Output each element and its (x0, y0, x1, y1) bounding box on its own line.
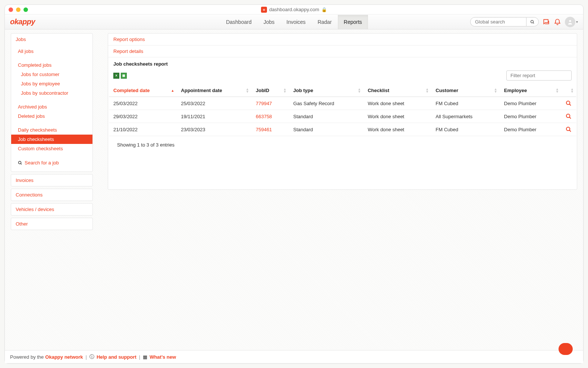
window-titlebar: o dashboard.okappy.com 🔒 (5, 5, 583, 15)
global-search-button[interactable] (526, 17, 539, 26)
sidebar-link-deleted-jobs[interactable]: Deleted jobs (11, 111, 92, 121)
browser-url: dashboard.okappy.com (269, 7, 319, 12)
cell-appointment-date: 25/03/2022 (176, 97, 251, 110)
sidebar-section-invoices[interactable]: Invoices (11, 174, 92, 186)
job-id-link[interactable]: 759461 (256, 127, 272, 132)
svg-line-4 (21, 163, 22, 164)
notifications-icon[interactable] (554, 18, 561, 26)
cell-checklist: Work done sheet (363, 110, 431, 123)
user-menu[interactable]: ▾ (565, 17, 578, 27)
chevron-down-icon: ▾ (576, 20, 578, 24)
svg-line-10 (569, 130, 571, 132)
sidebar-link-custom-checksheets[interactable]: Custom checksheets (11, 144, 92, 153)
search-icon (18, 161, 22, 165)
cell-completed-date: 25/03/2022 (109, 97, 176, 110)
report-table: Completed date ▲ Appointment date ▲▼ Job… (109, 84, 576, 136)
job-id-link[interactable]: 779947 (256, 101, 272, 106)
filter-report-input[interactable] (506, 70, 572, 81)
job-id-link[interactable]: 663758 (256, 114, 272, 119)
cell-job-type: Gas Safety Record (289, 97, 364, 110)
col-employee[interactable]: Employee ▲▼ (500, 84, 561, 97)
sort-indicator: ▲▼ (246, 88, 249, 93)
sidebar-search-label: Search for a job (25, 160, 59, 166)
sidebar-link-all-jobs[interactable]: All jobs (11, 47, 92, 56)
top-nav: okappy Dashboard Jobs Invoices Radar Rep… (5, 15, 583, 29)
cell-customer: All Supermarkets (431, 110, 500, 123)
report-title: Job checksheets report (108, 57, 577, 69)
cell-completed-date: 21/10/2022 (109, 123, 176, 136)
footer-powered-prefix: Powered by the (10, 354, 44, 360)
sidebar-link-daily-checksheets[interactable]: Daily checksheets (11, 125, 92, 135)
main-content: Report options Report details Job checks… (108, 33, 577, 363)
footer-network-link[interactable]: Okappy network (45, 354, 83, 360)
cell-checklist: Work done sheet (363, 97, 431, 110)
chat-icon[interactable] (543, 18, 550, 26)
nav-invoices[interactable]: Invoices (280, 15, 311, 29)
sidebar-section-other[interactable]: Other (11, 218, 92, 230)
nav-dashboard[interactable]: Dashboard (220, 15, 258, 29)
sidebar-section-jobs[interactable]: Jobs (11, 34, 92, 45)
sort-indicator: ▲▼ (494, 88, 497, 93)
svg-line-1 (533, 22, 534, 23)
col-job-type[interactable]: Job type ▲▼ (289, 84, 364, 97)
cell-appointment-date: 19/11/2021 (176, 110, 251, 123)
lock-icon: 🔒 (321, 7, 327, 12)
col-completed-date[interactable]: Completed date ▲ (109, 84, 176, 97)
chat-launcher-button[interactable] (559, 343, 573, 355)
sort-indicator: ▲▼ (358, 88, 361, 93)
avatar-icon (565, 17, 575, 27)
nav-reports[interactable]: Reports (338, 15, 368, 29)
sidebar-link-jobs-for-customer[interactable]: Jobs for customer (11, 70, 92, 79)
cell-job-id: 779947 (251, 97, 289, 110)
cell-action (561, 97, 576, 110)
view-icon[interactable] (566, 113, 572, 119)
footer-help-link[interactable]: Help and support (97, 354, 136, 360)
table-footer-info: Showing 1 to 3 of 3 entries (108, 136, 577, 154)
info-icon: ⓘ (89, 353, 94, 360)
col-appointment-date[interactable]: Appointment date ▲▼ (176, 84, 251, 97)
col-customer[interactable]: Customer ▲▼ (431, 84, 500, 97)
cell-job-type: Standard (289, 110, 364, 123)
svg-line-8 (569, 117, 571, 119)
sidebar-link-archived-jobs[interactable]: Archived jobs (11, 102, 92, 111)
sidebar-link-search-job[interactable]: Search for a job (11, 158, 92, 168)
footer-whats-new-link[interactable]: What's new (150, 354, 176, 360)
nav-jobs[interactable]: Jobs (258, 15, 281, 29)
view-icon[interactable] (566, 126, 572, 132)
sidebar-link-completed-jobs[interactable]: Completed jobs (11, 60, 92, 70)
export-xls-icon[interactable]: X (113, 73, 119, 79)
nav-radar[interactable]: Radar (312, 15, 338, 29)
sidebar: Jobs All jobs Completed jobs Jobs for cu… (11, 33, 93, 363)
sidebar-link-job-checksheets[interactable]: Job checksheets (11, 135, 92, 144)
page-footer: Powered by the Okappy network | ⓘ Help a… (5, 350, 583, 363)
sidebar-link-jobs-by-subcontractor[interactable]: Jobs by subcontractor (11, 88, 92, 98)
grid-icon: ▦ (143, 354, 147, 360)
report-options-header[interactable]: Report options (108, 34, 577, 45)
cell-customer: FM Cubed (431, 123, 500, 136)
cell-action (561, 123, 576, 136)
col-actions: ▲▼ (561, 84, 576, 97)
col-job-id[interactable]: JobID ▲▼ (251, 84, 289, 97)
export-csv-icon[interactable]: ▦ (121, 73, 127, 79)
cell-job-type: Standard (289, 123, 364, 136)
cell-action (561, 110, 576, 123)
cell-employee: Demo Plumber (500, 110, 561, 123)
report-details-header[interactable]: Report details (108, 45, 577, 57)
table-row: 25/03/202225/03/2022779947Gas Safety Rec… (109, 97, 576, 110)
global-search-input[interactable] (470, 17, 526, 26)
sort-indicator: ▲▼ (425, 88, 429, 93)
sort-indicator: ▲▼ (570, 88, 574, 93)
svg-line-6 (569, 104, 571, 106)
svg-point-2 (569, 20, 571, 22)
svg-point-3 (19, 161, 21, 164)
view-icon[interactable] (566, 100, 572, 106)
sort-indicator: ▲▼ (556, 88, 559, 93)
svg-point-5 (566, 101, 570, 104)
cell-appointment-date: 23/03/2023 (176, 123, 251, 136)
sidebar-section-connections[interactable]: Connections (11, 189, 92, 201)
sort-indicator: ▲ (171, 89, 174, 92)
col-checklist[interactable]: Checklist ▲▼ (363, 84, 431, 97)
sidebar-link-jobs-by-employee[interactable]: Jobs by employee (11, 79, 92, 88)
cell-completed-date: 29/03/2022 (109, 110, 176, 123)
sidebar-section-vehicles[interactable]: Vehicles / devices (11, 204, 92, 215)
